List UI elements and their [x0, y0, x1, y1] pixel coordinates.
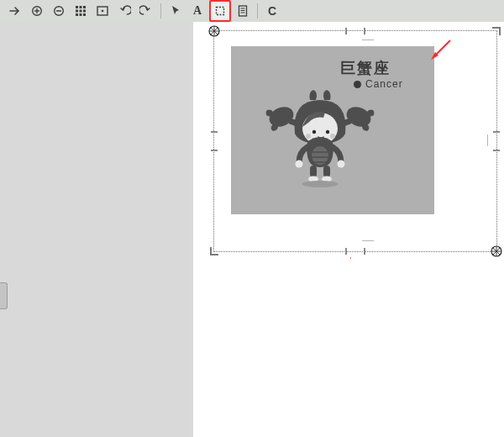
zoom-out-icon[interactable] — [49, 1, 69, 21]
guide-bottom — [362, 239, 374, 241]
grid-icon[interactable] — [71, 1, 91, 21]
zoom-in-icon[interactable] — [27, 1, 47, 21]
cancer-character-icon — [231, 46, 434, 214]
svg-rect-3 — [80, 6, 82, 8]
svg-rect-8 — [76, 13, 78, 16]
svg-rect-5 — [76, 10, 78, 13]
document-icon[interactable] — [233, 1, 253, 21]
mid-handle-left[interactable] — [213, 131, 215, 151]
side-panel — [0, 22, 193, 437]
mid-handle-bottom[interactable] — [345, 250, 365, 252]
mid-handle-top[interactable] — [345, 30, 365, 32]
corner-handle-tr[interactable] — [492, 27, 501, 35]
svg-rect-30 — [323, 166, 330, 177]
svg-rect-10 — [83, 13, 86, 16]
annotation-arrow-icon — [349, 249, 351, 366]
svg-rect-13 — [217, 8, 224, 15]
pointer-icon[interactable] — [165, 1, 186, 21]
refresh-label: C — [268, 5, 276, 17]
text-tool-icon[interactable]: A — [187, 1, 207, 21]
panel-grip[interactable] — [0, 282, 8, 309]
svg-point-17 — [266, 103, 297, 131]
toolbar-separator — [257, 3, 258, 18]
canvas-area[interactable]: 巨蟹座 Cancer — [202, 22, 504, 437]
redo-icon[interactable] — [136, 1, 156, 21]
rotate-handle-br-icon[interactable] — [491, 245, 502, 257]
svg-point-24 — [306, 134, 311, 139]
svg-rect-7 — [83, 10, 86, 13]
crop-tool-icon[interactable] — [209, 0, 231, 22]
svg-rect-29 — [310, 166, 317, 177]
undo-icon[interactable] — [114, 1, 134, 21]
svg-point-33 — [302, 181, 339, 187]
svg-point-22 — [312, 130, 316, 134]
rotate-handle-tl-icon[interactable] — [208, 25, 220, 37]
svg-rect-4 — [83, 6, 86, 8]
svg-rect-6 — [80, 10, 82, 13]
svg-rect-2 — [76, 6, 78, 8]
svg-point-27 — [296, 161, 303, 168]
text-tool-label: A — [193, 5, 202, 17]
svg-point-19 — [344, 103, 374, 131]
mid-handle-right[interactable] — [496, 131, 497, 151]
svg-rect-9 — [80, 13, 82, 16]
panel-gutter — [193, 22, 202, 437]
guide-top — [362, 39, 374, 42]
svg-point-28 — [338, 161, 345, 168]
selection-frame[interactable]: 巨蟹座 Cancer — [213, 30, 497, 252]
artwork-image: 巨蟹座 Cancer — [231, 46, 434, 214]
svg-point-25 — [330, 134, 335, 139]
toolbar: A C — [0, 0, 504, 23]
svg-point-23 — [326, 130, 329, 134]
toolbar-separator — [160, 3, 161, 18]
refresh-icon[interactable]: C — [262, 1, 282, 21]
fit-screen-icon[interactable] — [92, 1, 113, 21]
forward-arrow-icon[interactable] — [5, 1, 25, 21]
svg-point-12 — [102, 10, 104, 13]
guide-right — [486, 134, 488, 146]
corner-handle-bl[interactable] — [210, 247, 218, 255]
